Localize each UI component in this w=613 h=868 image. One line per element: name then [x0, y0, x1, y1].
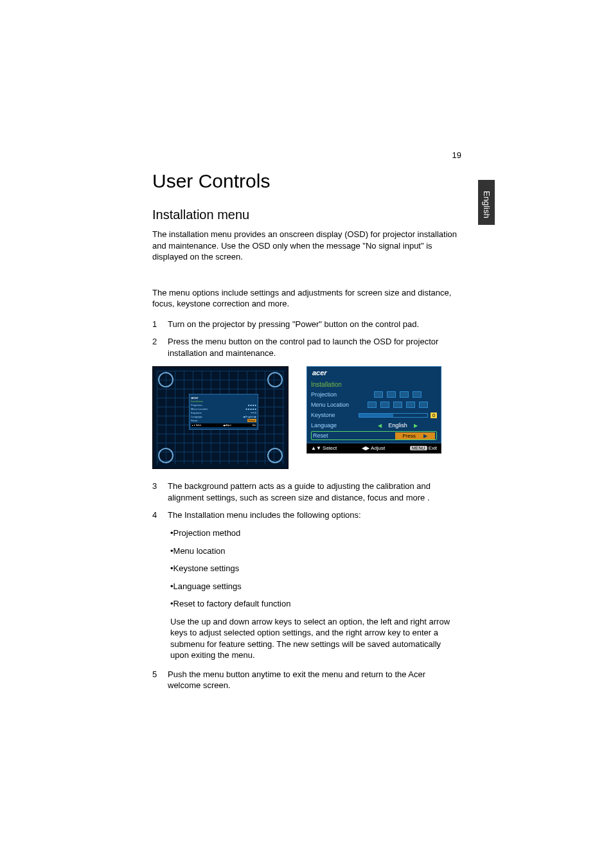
reset-press-button: Press ▶ [395, 432, 435, 439]
step-5: 5 Push the menu button anytime to exit t… [152, 669, 458, 691]
osd-row-label: Projection [311, 391, 356, 398]
main-content: User Controls Installation menu The inst… [152, 170, 458, 698]
osd-footer: ▲▼ Select ◀▶ Adjust MENUExit [306, 443, 441, 454]
footer-adjust-hint: ◀▶ Adjust [362, 445, 385, 451]
step-number: 3 [152, 481, 168, 503]
projection-mode-icon [413, 391, 422, 398]
osd-row-label: Reset [313, 432, 358, 439]
step-1: 1 Turn on the projector by pressing "Pow… [152, 319, 458, 330]
step-4: 4 The Installation menu includes the fol… [152, 509, 458, 521]
arrow-keys-paragraph: Use the up and down arrow keys to select… [170, 616, 458, 661]
osd-row-label: Menu Location [191, 407, 208, 411]
step-number: 2 [152, 336, 168, 359]
osd-row-label: Projection [191, 403, 202, 407]
heading-user-controls: User Controls [152, 170, 458, 192]
step-2: 2 Press the menu button on the control p… [152, 336, 458, 359]
brand-logo: acer [306, 366, 441, 378]
osd-mini-preview: acer Installation Projection■ ■ ■ ■ Menu… [189, 394, 258, 430]
step-text: The background pattern acts as a guide t… [168, 481, 458, 503]
osd-row-reset: Reset Press ▶ [311, 431, 437, 440]
osd-row-menu-location: Menu Location [311, 400, 437, 409]
figure-projection-grid: acer Installation Projection■ ■ ■ ■ Menu… [152, 366, 289, 469]
osd-row-language: Language ◀ English ▶ [311, 421, 437, 430]
osd-row-keystone: Keystone 0 [311, 411, 437, 420]
step-number: 4 [152, 509, 168, 521]
step-number: 5 [152, 669, 168, 691]
figure-row: acer Installation Projection■ ■ ■ ■ Menu… [152, 366, 458, 469]
step-number: 1 [152, 319, 168, 330]
bullet-reset-factory: •Reset to factory default function [170, 598, 458, 610]
heading-installation-menu: Installation menu [152, 208, 458, 222]
osd-row-label: Menu Location [311, 402, 356, 408]
step-text: Push the menu button anytime to exit the… [168, 669, 458, 691]
language-value: English [386, 422, 410, 429]
menu-location-icon [406, 402, 415, 408]
footer-exit-hint: MENUExit [410, 445, 437, 451]
footer-select-hint: ▲▼ Select [311, 445, 337, 451]
step-text: Press the menu button on the control pad… [168, 336, 458, 359]
projection-mode-icon [374, 391, 383, 398]
intro-paragraph-2: The menu options include settings and ad… [152, 287, 458, 310]
bullet-language-settings: •Language settings [170, 581, 458, 592]
bullet-projection-method: •Projection method [170, 527, 458, 539]
menu-location-icon [368, 402, 377, 408]
osd-row-label: Language [191, 415, 202, 418]
intro-paragraph-1: The installation menu provides an onscre… [152, 229, 458, 263]
arrow-left-icon: ◀ [378, 423, 382, 429]
bullet-keystone-settings: •Keystone settings [170, 563, 458, 574]
chevron-right-icon: ▶ [423, 433, 427, 439]
menu-location-icon [380, 402, 389, 408]
step-3: 3 The background pattern acts as a guide… [152, 481, 458, 503]
figure-osd-menu: acer Installation Projection Menu Locati… [306, 366, 441, 441]
osd-row-label: Language [311, 422, 356, 429]
osd-row-label: Reset [191, 419, 197, 422]
projection-mode-icon [387, 391, 396, 398]
language-side-tab: English [478, 180, 495, 225]
projection-mode-icon [400, 391, 409, 398]
step-text: The Installation menu includes the follo… [168, 509, 458, 521]
osd-body: Installation Projection Menu Location [306, 378, 441, 443]
menu-location-icon [393, 402, 402, 408]
bullet-menu-location: •Menu location [170, 545, 458, 557]
step-text: Turn on the projector by pressing "Power… [168, 319, 458, 330]
osd-row-label: Keystone [191, 411, 202, 414]
osd-row-projection: Projection [311, 390, 437, 399]
page-number: 19 [452, 150, 461, 160]
menu-location-icon [419, 402, 428, 408]
osd-title: Installation [311, 381, 437, 388]
keystone-value: 0 [431, 412, 437, 418]
keystone-slider [359, 413, 428, 418]
arrow-right-icon: ▶ [414, 423, 418, 429]
menu-button-icon: MENU [410, 446, 427, 450]
osd-title: Installation [191, 400, 256, 403]
osd-row-label: Keystone [311, 412, 356, 418]
